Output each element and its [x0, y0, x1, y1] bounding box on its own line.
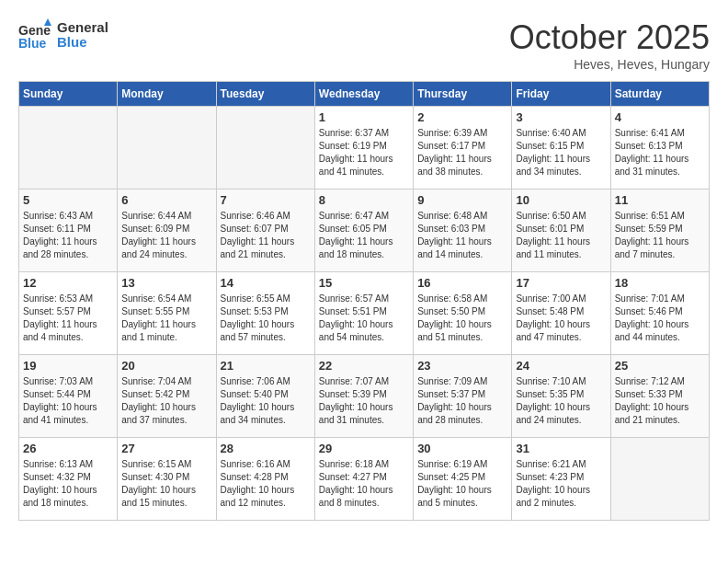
day-number: 5 [23, 193, 113, 207]
day-number: 21 [221, 359, 311, 373]
weekday-header-wednesday: Wednesday [314, 82, 413, 107]
day-info: Sunrise: 6:39 AMSunset: 6:17 PMDaylight:… [417, 127, 507, 178]
day-number: 31 [516, 442, 606, 455]
month-title: October 2025 [509, 18, 710, 57]
logo: General Blue General Blue [18, 18, 108, 52]
calendar-cell: 10 Sunrise: 6:50 AMSunset: 6:01 PMDaylig… [512, 190, 610, 272]
day-info: Sunrise: 7:06 AMSunset: 5:40 PMDaylight:… [221, 375, 311, 427]
week-row-1: 1 Sunrise: 6:37 AMSunset: 6:19 PMDayligh… [19, 107, 710, 190]
day-number: 1 [319, 110, 409, 124]
day-info: Sunrise: 6:43 AMSunset: 6:11 PMDaylight:… [23, 210, 113, 261]
day-number: 16 [417, 276, 507, 290]
weekday-header-friday: Friday [512, 82, 610, 107]
day-number: 8 [319, 193, 409, 207]
day-info: Sunrise: 7:09 AMSunset: 5:37 PMDaylight:… [417, 375, 507, 427]
calendar-cell: 4 Sunrise: 6:41 AMSunset: 6:13 PMDayligh… [610, 107, 709, 190]
calendar-cell: 9 Sunrise: 6:48 AMSunset: 6:03 PMDayligh… [414, 190, 512, 272]
svg-text:Blue: Blue [18, 36, 47, 51]
day-number: 13 [121, 276, 211, 290]
day-number: 19 [23, 359, 113, 373]
calendar-cell: 31 Sunrise: 6:21 AMSunset: 4:23 PMDaylig… [512, 438, 610, 521]
day-number: 25 [615, 359, 705, 373]
day-number: 10 [516, 193, 606, 207]
day-info: Sunrise: 6:48 AMSunset: 6:03 PMDaylight:… [417, 210, 507, 261]
weekday-header-monday: Monday [118, 82, 216, 107]
svg-marker-2 [44, 18, 51, 26]
location: Heves, Heves, Hungary [509, 57, 710, 72]
calendar-cell: 21 Sunrise: 7:06 AMSunset: 5:40 PMDaylig… [216, 355, 314, 438]
day-info: Sunrise: 6:54 AMSunset: 5:55 PMDaylight:… [121, 293, 211, 344]
day-info: Sunrise: 6:40 AMSunset: 6:15 PMDaylight:… [516, 127, 606, 178]
day-number: 18 [615, 276, 705, 290]
calendar-cell: 8 Sunrise: 6:47 AMSunset: 6:05 PMDayligh… [314, 190, 413, 272]
day-number: 17 [516, 276, 606, 290]
day-info: Sunrise: 7:00 AMSunset: 5:48 PMDaylight:… [516, 293, 606, 344]
calendar-cell: 19 Sunrise: 7:03 AMSunset: 5:44 PMDaylig… [19, 355, 118, 438]
weekday-header-thursday: Thursday [414, 82, 512, 107]
day-info: Sunrise: 7:03 AMSunset: 5:44 PMDaylight:… [23, 375, 113, 427]
calendar-cell: 26 Sunrise: 6:13 AMSunset: 4:32 PMDaylig… [19, 438, 118, 521]
calendar-cell [118, 107, 216, 190]
day-number: 12 [23, 276, 113, 290]
day-info: Sunrise: 7:07 AMSunset: 5:39 PMDaylight:… [319, 375, 409, 427]
calendar-cell [216, 107, 314, 190]
week-row-2: 5 Sunrise: 6:43 AMSunset: 6:11 PMDayligh… [19, 190, 710, 272]
page-header: General Blue General Blue October 2025 H… [18, 18, 710, 72]
week-row-4: 19 Sunrise: 7:03 AMSunset: 5:44 PMDaylig… [19, 355, 710, 438]
title-block: October 2025 Heves, Heves, Hungary [509, 18, 710, 72]
day-info: Sunrise: 6:53 AMSunset: 5:57 PMDaylight:… [23, 293, 113, 344]
weekday-header-row: SundayMondayTuesdayWednesdayThursdayFrid… [19, 82, 710, 107]
weekday-header-saturday: Saturday [610, 82, 709, 107]
calendar-cell: 13 Sunrise: 6:54 AMSunset: 5:55 PMDaylig… [118, 272, 216, 355]
calendar-cell: 11 Sunrise: 6:51 AMSunset: 5:59 PMDaylig… [610, 190, 709, 272]
calendar-cell: 17 Sunrise: 7:00 AMSunset: 5:48 PMDaylig… [512, 272, 610, 355]
day-number: 9 [417, 193, 507, 207]
day-info: Sunrise: 6:41 AMSunset: 6:13 PMDaylight:… [615, 127, 705, 178]
logo-blue: Blue [57, 35, 108, 51]
day-number: 30 [417, 442, 507, 455]
day-number: 15 [319, 276, 409, 290]
day-number: 26 [23, 442, 113, 455]
day-info: Sunrise: 7:01 AMSunset: 5:46 PMDaylight:… [615, 293, 705, 344]
day-number: 6 [121, 193, 211, 207]
day-number: 7 [221, 193, 311, 207]
day-info: Sunrise: 6:55 AMSunset: 5:53 PMDaylight:… [221, 293, 311, 344]
day-info: Sunrise: 6:58 AMSunset: 5:50 PMDaylight:… [417, 293, 507, 344]
day-info: Sunrise: 7:12 AMSunset: 5:33 PMDaylight:… [615, 375, 705, 427]
calendar-cell: 29 Sunrise: 6:18 AMSunset: 4:27 PMDaylig… [314, 438, 413, 521]
day-info: Sunrise: 6:16 AMSunset: 4:28 PMDaylight:… [221, 458, 311, 510]
day-info: Sunrise: 6:18 AMSunset: 4:27 PMDaylight:… [319, 458, 409, 510]
day-info: Sunrise: 6:51 AMSunset: 5:59 PMDaylight:… [615, 210, 705, 261]
day-number: 29 [319, 442, 409, 455]
day-number: 23 [417, 359, 507, 373]
calendar-cell: 28 Sunrise: 6:16 AMSunset: 4:28 PMDaylig… [216, 438, 314, 521]
calendar-cell: 18 Sunrise: 7:01 AMSunset: 5:46 PMDaylig… [610, 272, 709, 355]
day-number: 2 [417, 110, 507, 124]
calendar-cell: 30 Sunrise: 6:19 AMSunset: 4:25 PMDaylig… [414, 438, 512, 521]
day-info: Sunrise: 6:15 AMSunset: 4:30 PMDaylight:… [121, 458, 211, 510]
day-info: Sunrise: 6:46 AMSunset: 6:07 PMDaylight:… [221, 210, 311, 261]
day-info: Sunrise: 6:19 AMSunset: 4:25 PMDaylight:… [417, 458, 507, 510]
calendar-cell: 5 Sunrise: 6:43 AMSunset: 6:11 PMDayligh… [19, 190, 118, 272]
calendar-cell [19, 107, 118, 190]
calendar-cell: 27 Sunrise: 6:15 AMSunset: 4:30 PMDaylig… [118, 438, 216, 521]
day-number: 20 [121, 359, 211, 373]
day-number: 22 [319, 359, 409, 373]
calendar-cell: 15 Sunrise: 6:57 AMSunset: 5:51 PMDaylig… [314, 272, 413, 355]
day-info: Sunrise: 6:13 AMSunset: 4:32 PMDaylight:… [23, 458, 113, 510]
day-info: Sunrise: 6:37 AMSunset: 6:19 PMDaylight:… [319, 127, 409, 178]
calendar-table: SundayMondayTuesdayWednesdayThursdayFrid… [18, 81, 710, 521]
day-number: 27 [121, 442, 211, 455]
day-number: 14 [221, 276, 311, 290]
calendar-cell: 25 Sunrise: 7:12 AMSunset: 5:33 PMDaylig… [610, 355, 709, 438]
calendar-cell [610, 438, 709, 521]
logo-general: General [57, 20, 108, 36]
day-info: Sunrise: 6:21 AMSunset: 4:23 PMDaylight:… [516, 458, 606, 510]
logo-icon: General Blue [18, 18, 51, 52]
calendar-cell: 14 Sunrise: 6:55 AMSunset: 5:53 PMDaylig… [216, 272, 314, 355]
calendar-cell: 24 Sunrise: 7:10 AMSunset: 5:35 PMDaylig… [512, 355, 610, 438]
day-info: Sunrise: 7:10 AMSunset: 5:35 PMDaylight:… [516, 375, 606, 427]
calendar-cell: 22 Sunrise: 7:07 AMSunset: 5:39 PMDaylig… [314, 355, 413, 438]
calendar-cell: 12 Sunrise: 6:53 AMSunset: 5:57 PMDaylig… [19, 272, 118, 355]
calendar-cell: 6 Sunrise: 6:44 AMSunset: 6:09 PMDayligh… [118, 190, 216, 272]
